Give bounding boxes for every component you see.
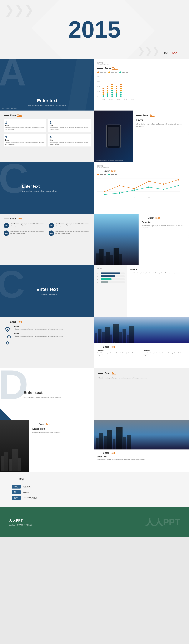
linechart-sublabel: THE CHART TITLE bbox=[97, 167, 186, 168]
watermark: 人人PPT bbox=[188, 390, 189, 398]
reporter-label: 汇报人： XXX bbox=[161, 51, 177, 54]
slide-dark-photo: Enter Text Enter Text beautifully, dream… bbox=[0, 420, 94, 472]
attr-row-english: 英文 aldhabi bbox=[12, 490, 177, 494]
row-4: Enter Text ERK Albert Einstein: Logic wi… bbox=[0, 214, 189, 265]
city-text-title: Enter text. bbox=[142, 221, 186, 224]
city-text-body: Albert Einstein: Logic will get you from… bbox=[142, 225, 186, 229]
slide-a-subtitle: Live beautifully, dream passionately, lo… bbox=[28, 104, 66, 106]
footer-brand: 人人PPT bbox=[9, 518, 32, 523]
city2-item-1: Enter text. Albert Einstein: Logic will … bbox=[97, 350, 141, 356]
slide-d: D Enter text Live beautifully, dream pas… bbox=[0, 368, 94, 420]
person-4: ERK Albert Einstein: Logic will get you … bbox=[49, 230, 91, 236]
numbered-item-3: 3 Enter Albert Einstein: Logic will get … bbox=[4, 134, 46, 146]
row-8: Enter Text Enter Text beautifully, dream… bbox=[0, 420, 189, 472]
svg-text:10: 10 bbox=[148, 197, 150, 198]
attribution-slide: 说明 中文 微软雅黑 英文 aldhabi 图片 Pixabay免费图片 bbox=[0, 472, 189, 508]
person-3: ERK Albert Einstein: Logic will get you … bbox=[49, 223, 91, 228]
slide-photo-text: Live beautifully, dream passionately, lo… bbox=[94, 110, 189, 162]
city-text: Enter Text Enter text. Albert Einstein: … bbox=[139, 214, 189, 265]
enter-big-text: Enter text bbox=[36, 287, 58, 292]
row-5: C Enter text Live love text Enter APP 人人… bbox=[0, 265, 189, 317]
slide-a: A Enter text Live beautifully, dream pas… bbox=[0, 59, 94, 110]
watermark: 人人PPT bbox=[188, 81, 189, 88]
bar-row-4: D bbox=[97, 281, 125, 283]
d-subtitle: Live beautifully, dream passionately, lo… bbox=[23, 396, 61, 398]
x-axis: 数据A数A 1数A 2数A 3数A 4 bbox=[102, 98, 186, 100]
svg-point-16 bbox=[178, 185, 179, 186]
watermark: 人人PPT bbox=[188, 442, 189, 450]
dot-chart: 80006000400020000 bbox=[97, 75, 186, 98]
d-title: Enter text bbox=[23, 390, 61, 395]
attr-value-image: Pixabay免费图片 bbox=[23, 496, 37, 499]
gear-icon-3: ⚙ bbox=[5, 340, 9, 346]
footer-content: 人人PPT 20,000＋PowerPoint模板 bbox=[9, 518, 32, 526]
attr-tag-english: 英文 bbox=[12, 490, 20, 494]
slide-people-left: Enter Text ERK Albert Einstein: Logic wi… bbox=[0, 214, 94, 265]
svg-text:8: 8 bbox=[119, 197, 120, 198]
footer: 人人PPT 20,000＋PowerPoint模板 人人PPT bbox=[0, 508, 189, 537]
slide-city3: Enter Text Enter Text Albert Einstein: L… bbox=[94, 420, 189, 472]
gear-icon-1: ⚙ bbox=[4, 326, 10, 333]
slide-c: C Enter text Live completely, love compl… bbox=[0, 162, 94, 214]
watermark: 人人PPT bbox=[188, 132, 189, 140]
line-chart-svg: 7 8 9 10 11 bbox=[97, 177, 180, 198]
svg-point-6 bbox=[119, 185, 120, 186]
row-1: A Enter text Live beautifully, dream pas… bbox=[0, 59, 189, 110]
slide-gear: Enter Text ⚙ ⚙ ⚙ Enter T Albert Einstein… bbox=[0, 317, 94, 368]
city3-photo bbox=[94, 420, 189, 450]
footer-sub: 20,000＋PowerPoint模板 bbox=[9, 524, 32, 526]
city-photo bbox=[94, 214, 139, 265]
c-title: Enter text bbox=[22, 184, 57, 189]
row-3: C Enter text Live completely, love compl… bbox=[0, 162, 189, 214]
svg-point-15 bbox=[163, 189, 164, 190]
svg-point-13 bbox=[133, 189, 135, 191]
svg-text:11: 11 bbox=[163, 197, 165, 198]
slide-city2: Live beautifully, dream passionately, lo… bbox=[94, 317, 189, 368]
gear-icons: ⚙ ⚙ ⚙ bbox=[4, 326, 11, 346]
svg-point-7 bbox=[133, 188, 135, 189]
people-col-1: ERK Albert Einstein: Logic will get you … bbox=[4, 223, 46, 236]
city3-body: Albert Einstein: Logic will get you from… bbox=[97, 459, 187, 461]
svg-point-14 bbox=[148, 186, 150, 188]
numbered-item-2: 2 Enter Albert Einstein: Logic will get … bbox=[48, 119, 91, 132]
watermark: 人人PPT bbox=[188, 184, 189, 192]
city2-text: Enter Text Enter text. Albert Einstein: … bbox=[94, 343, 189, 358]
footer-watermark: 人人PPT bbox=[145, 516, 180, 528]
linechart-label: 图标标题 bbox=[97, 165, 186, 167]
row-7: D Enter text Live beautifully, dream pas… bbox=[0, 368, 189, 420]
svg-point-12 bbox=[119, 192, 120, 194]
dark-photo-title: Enter Text bbox=[32, 427, 91, 430]
bar-chart: A B C D bbox=[97, 271, 125, 284]
barchart-text: Enter text. Albert Einstein: Logic will … bbox=[127, 265, 189, 317]
watermark: 人人PPT bbox=[188, 287, 189, 295]
chart-label: 图标标题 bbox=[97, 62, 186, 64]
city3-title: Enter Text bbox=[97, 456, 187, 458]
gear-text-2: Enter T Albert Einstein: Logic will get … bbox=[14, 332, 91, 337]
bar-chart-area: 图标标题 A B C D bbox=[94, 265, 127, 317]
from-text: from A to Imagination bbox=[2, 107, 17, 109]
phone-photo: Live beautifully, dream passionately, lo… bbox=[94, 110, 133, 162]
svg-point-9 bbox=[163, 184, 164, 185]
attr-row-chinese: 中文 微软雅黑 bbox=[12, 485, 177, 488]
attr-value-english: aldhabi bbox=[23, 491, 29, 494]
dark-photo-subtitle: beautifully, dream passionately, love co… bbox=[32, 431, 91, 434]
slide-linechart: 图标标题 THE CHART TITLE Enter Text Enter te… bbox=[94, 162, 189, 214]
city3-text: Enter Text Enter Text Albert Einstein: L… bbox=[94, 450, 189, 463]
bar-row-1: A bbox=[97, 272, 125, 274]
watermark: 人人PPT bbox=[188, 339, 189, 346]
person-1: ERK Albert Einstein: Logic will get you … bbox=[4, 223, 46, 228]
numbered-item-1: 1 Enter Albert Einstein: Logic will get … bbox=[4, 119, 46, 132]
big-letter-a: A bbox=[0, 59, 26, 91]
dark-photo bbox=[0, 420, 29, 472]
c-content: Enter text Live completely, love complet… bbox=[0, 180, 62, 196]
attr-tag-image: 图片 bbox=[12, 496, 20, 500]
gear-icon-2: ⚙ bbox=[7, 334, 11, 340]
slide-a-title: Enter text bbox=[28, 98, 66, 103]
enter-text2-body: Albert Einstein: Logic will get you from… bbox=[98, 377, 185, 379]
slide-title: ❯❯❯ ❯❯❯ 2015 汇报人： XXX bbox=[0, 0, 189, 59]
watermark: 人人PPT bbox=[188, 236, 189, 243]
slide-numbered: Enter Text 1 Enter Albert Einstein: Logi… bbox=[0, 110, 94, 162]
city2-photo: Live beautifully, dream passionately, lo… bbox=[94, 317, 189, 343]
attr-value-chinese: 微软雅黑 bbox=[23, 485, 30, 488]
enter-big-sub: Live love text Enter APP bbox=[36, 294, 58, 296]
